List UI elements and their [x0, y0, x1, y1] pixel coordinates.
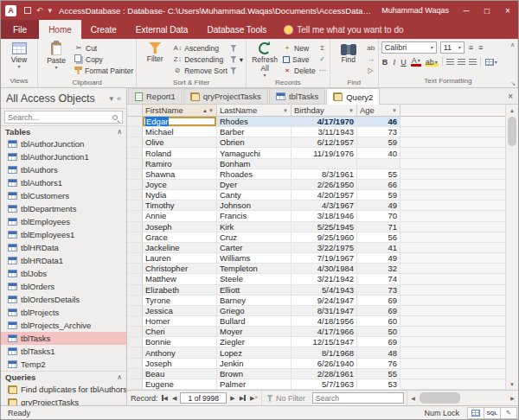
- tab-home[interactable]: Home: [39, 20, 81, 39]
- cell-lastname[interactable]: Ziegler: [217, 337, 292, 347]
- table-row[interactable]: AnnieFrancis3/18/194670: [127, 211, 505, 221]
- table-row[interactable]: HomerBullard4/18/195660: [127, 316, 505, 327]
- cut-button[interactable]: ✂ Cut: [74, 42, 133, 54]
- cell-firstname[interactable]: Shawna: [143, 169, 217, 179]
- nav-item-tblHRData1[interactable]: tblHRData1: [1, 254, 126, 267]
- underline-button[interactable]: U: [400, 58, 407, 67]
- cell-birthday[interactable]: 4/17/1966: [292, 327, 357, 336]
- table-row[interactable]: OliveObrien6/12/195759: [127, 137, 505, 148]
- selection-filter-button[interactable]: [230, 42, 243, 54]
- row-selector[interactable]: [127, 285, 143, 295]
- table-row[interactable]: RamiroBonham: [127, 159, 505, 169]
- goto-button[interactable]: →: [367, 54, 375, 65]
- delete-record-button[interactable]: × Delete: [283, 65, 316, 76]
- filter-status[interactable]: No Filter: [261, 391, 310, 405]
- cell-age[interactable]: 70: [357, 211, 400, 220]
- cell-age[interactable]: 55: [357, 169, 400, 179]
- row-selector[interactable]: [127, 169, 143, 179]
- bullets-icon[interactable]: ≡: [468, 43, 474, 52]
- cell-age[interactable]: 59: [357, 190, 400, 200]
- nav-item-tblProjects[interactable]: tblProjects: [1, 306, 126, 319]
- nav-item-tblJobs[interactable]: tblJobs: [1, 267, 126, 280]
- row-selector[interactable]: [127, 211, 143, 220]
- cell-lastname[interactable]: Jenkin: [217, 359, 292, 368]
- cell-age[interactable]: 49: [357, 200, 400, 210]
- row-selector[interactable]: [127, 127, 143, 137]
- cell-birthday[interactable]: 3/18/1946: [292, 211, 357, 220]
- cell-birthday[interactable]: 4/17/1970: [292, 117, 357, 126]
- doc-tab-qryProjectTasks[interactable]: qryProjectTasks: [183, 88, 268, 104]
- cell-lastname[interactable]: Cruz: [217, 232, 292, 242]
- nav-item-tblAuthorJunction[interactable]: tblAuthorJunction: [1, 137, 126, 150]
- cell-firstname[interactable]: Homer: [143, 316, 217, 326]
- record-search-box[interactable]: [312, 392, 404, 404]
- table-row[interactable]: CheriMoyer4/17/196650: [127, 327, 505, 337]
- cell-firstname[interactable]: Joyce: [143, 180, 217, 189]
- gridlines-button[interactable]: ▾: [484, 59, 498, 66]
- cell-birthday[interactable]: 2/26/1950: [292, 180, 357, 189]
- cell-firstname[interactable]: Matthew: [143, 274, 217, 283]
- sql-view-button[interactable]: SQL: [484, 407, 501, 419]
- cell-lastname[interactable]: Steele: [217, 274, 292, 283]
- font-size-combo[interactable]: 11 ▾: [440, 41, 465, 54]
- cell-firstname[interactable]: Roland: [143, 148, 217, 157]
- cell-age[interactable]: 69: [357, 306, 400, 315]
- cell-age[interactable]: 69: [357, 337, 400, 347]
- row-selector[interactable]: [127, 327, 143, 336]
- nav-item-tblEmployees1[interactable]: tblEmployees1: [1, 228, 126, 241]
- row-selector[interactable]: [127, 337, 143, 347]
- row-selector[interactable]: [127, 190, 143, 200]
- cell-birthday[interactable]: 4/3/1967: [292, 200, 357, 210]
- collapse-section-icon[interactable]: ∧: [117, 373, 122, 381]
- select-all-corner[interactable]: [127, 105, 143, 116]
- scrollbar-thumb[interactable]: [420, 392, 460, 404]
- scroll-up-icon[interactable]: ▲: [506, 105, 518, 116]
- cell-birthday[interactable]: [292, 159, 357, 169]
- toggle-filter-button[interactable]: [230, 65, 243, 76]
- row-selector[interactable]: [127, 306, 143, 315]
- cell-lastname[interactable]: Canty: [217, 190, 292, 200]
- font-color-button[interactable]: A▾: [411, 57, 421, 67]
- cell-age[interactable]: 50: [357, 327, 400, 336]
- cell-age[interactable]: 48: [357, 347, 400, 357]
- cell-age[interactable]: 55: [357, 369, 400, 379]
- cell-birthday[interactable]: 8/3/1961: [292, 169, 357, 179]
- replace-button[interactable]: ab: [367, 42, 375, 54]
- row-selector[interactable]: [127, 137, 143, 147]
- table-row[interactable]: JoyceDyer2/26/195066: [127, 180, 505, 190]
- shutter-close-icon[interactable]: «: [117, 94, 121, 103]
- cell-birthday[interactable]: 5/7/1963: [292, 379, 357, 389]
- scroll-down-icon[interactable]: ▼: [506, 379, 518, 390]
- table-row[interactable]: EugenePalmer5/7/196353: [127, 379, 505, 390]
- cell-firstname[interactable]: Christopher: [143, 264, 217, 273]
- cell-lastname[interactable]: Kirk: [217, 222, 292, 232]
- cell-firstname[interactable]: Beau: [143, 369, 217, 379]
- cell-birthday[interactable]: 5/4/1943: [292, 285, 357, 295]
- nav-item-tblHRData[interactable]: tblHRData: [1, 241, 126, 254]
- next-record-button[interactable]: ▶: [229, 395, 235, 402]
- cell-age[interactable]: 71: [357, 222, 400, 232]
- cell-firstname[interactable]: Michael: [143, 127, 217, 137]
- cell-age[interactable]: 41: [357, 243, 400, 252]
- scroll-left-icon[interactable]: ◀: [407, 395, 419, 401]
- cell-age[interactable]: 73: [357, 127, 400, 137]
- table-row[interactable]: MatthewSteele3/21/194274: [127, 274, 505, 284]
- table-row[interactable]: ChristopherTempleton4/30/198432: [127, 264, 505, 274]
- cell-firstname[interactable]: Annie: [143, 211, 217, 220]
- table-row[interactable]: JosephJenkin6/26/194076: [127, 359, 505, 369]
- cell-firstname[interactable]: Joseph: [143, 222, 217, 232]
- cell-firstname[interactable]: Elizabeth: [143, 285, 217, 295]
- nav-item-tblProjects_Archive[interactable]: tblProjects_Archive: [1, 319, 126, 332]
- cell-age[interactable]: 53: [357, 379, 400, 389]
- cell-birthday[interactable]: 4/20/1957: [292, 190, 357, 200]
- cell-age[interactable]: 74: [357, 274, 400, 283]
- nav-item-tblOrders[interactable]: tblOrders: [1, 280, 126, 293]
- design-view-button[interactable]: ✎: [500, 407, 517, 419]
- cell-age[interactable]: 69: [357, 296, 400, 305]
- cell-birthday[interactable]: 2/28/1961: [292, 369, 357, 379]
- filter-dropdown-icon[interactable]: ▼: [208, 108, 214, 113]
- vertical-scrollbar[interactable]: ▲ ▼: [505, 105, 518, 390]
- cell-firstname[interactable]: Jessica: [143, 306, 217, 315]
- cell-lastname[interactable]: Francis: [217, 211, 292, 220]
- table-row[interactable]: NydiaCanty4/20/195759: [127, 190, 505, 200]
